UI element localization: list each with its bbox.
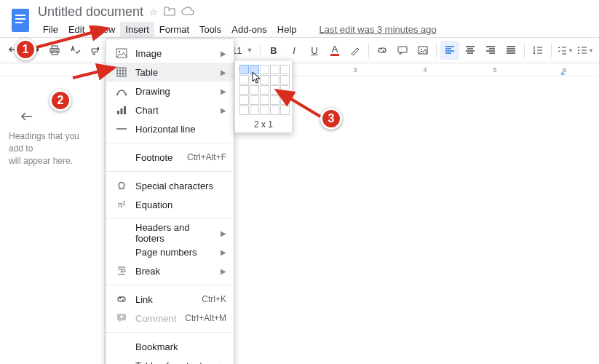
highlight-button[interactable]	[346, 41, 365, 60]
paint-format-button[interactable]	[86, 41, 105, 60]
table-cell[interactable]	[270, 65, 279, 74]
underline-button[interactable]: U	[305, 41, 324, 60]
align-center-button[interactable]	[461, 41, 480, 60]
ruler[interactable]: 1 2 3 4 5 6	[0, 63, 599, 76]
table-cell[interactable]	[280, 75, 290, 84]
table-cell[interactable]	[250, 95, 259, 105]
insert-link-button[interactable]	[373, 41, 392, 60]
table-cell[interactable]	[260, 95, 269, 105]
insert-comment-button[interactable]	[393, 41, 412, 60]
insert-menu-item-special-characters[interactable]: ΩSpecial characters	[106, 176, 234, 195]
drawing-icon	[115, 86, 128, 96]
table-cell[interactable]	[270, 106, 279, 115]
menu-item-label: Footnote	[135, 152, 180, 163]
menu-item-label: Table of contents	[135, 360, 213, 365]
chevron-right-icon: ▶	[221, 248, 226, 256]
bulleted-list-button[interactable]: ▼	[576, 41, 595, 60]
insert-menu-item-bookmark[interactable]: Bookmark	[106, 337, 234, 356]
table-cell[interactable]	[260, 106, 269, 115]
insert-menu-item-image[interactable]: Image▶	[106, 44, 234, 63]
print-button[interactable]	[45, 41, 64, 60]
align-justify-button[interactable]	[501, 41, 520, 60]
insert-menu-item-equation[interactable]: π²Equation	[106, 195, 234, 214]
insert-menu-item-page-numbers[interactable]: Page numbers▶	[106, 242, 234, 261]
bold-button[interactable]: B	[264, 41, 283, 60]
svg-rect-2	[15, 18, 25, 20]
table-size-picker[interactable]: 2 x 1	[234, 60, 293, 133]
outline-back-icon[interactable]	[20, 111, 33, 124]
table-cell[interactable]	[239, 65, 249, 74]
menu-edit[interactable]: Edit	[63, 22, 90, 37]
table-cell[interactable]	[260, 85, 269, 95]
title-bar: Untitled document ☆ File Edit View Inser…	[0, 0, 599, 37]
menu-tools[interactable]: Tools	[194, 22, 226, 37]
menu-item-label: Page numbers	[135, 247, 213, 258]
menu-bar: File Edit View Insert Format Tools Add-o…	[38, 21, 437, 37]
table-cell[interactable]	[250, 85, 259, 95]
annotation-callout-3: 3	[320, 108, 342, 130]
insert-image-button[interactable]	[413, 41, 432, 60]
insert-menu-item-drawing[interactable]: Drawing▶	[106, 82, 234, 100]
menu-addons[interactable]: Add-ons	[226, 22, 271, 37]
align-right-button[interactable]	[481, 41, 500, 60]
insert-menu-item-link[interactable]: LinkCtrl+K	[106, 290, 234, 309]
insert-menu-item-table-of-contents[interactable]: Table of contents▶	[106, 356, 234, 364]
menu-item-label: Table	[135, 67, 213, 78]
chevron-right-icon: ▶	[221, 267, 226, 275]
insert-menu-item-break[interactable]: Break▶	[106, 261, 234, 280]
table-cell[interactable]	[270, 95, 279, 105]
menu-item-label: Equation	[135, 199, 226, 210]
menu-item-label: Headers and footers	[135, 222, 213, 244]
cloud-icon[interactable]	[181, 7, 194, 17]
svg-text:3: 3	[353, 66, 357, 74]
menu-help[interactable]: Help	[272, 22, 302, 37]
svg-rect-0	[12, 9, 29, 32]
image-icon	[115, 48, 128, 58]
table-cell[interactable]	[280, 95, 290, 105]
svg-point-13	[578, 52, 579, 54]
checklist-button[interactable]: ▼	[555, 41, 574, 60]
comment-icon	[115, 313, 128, 323]
menu-file[interactable]: File	[38, 22, 63, 37]
table-cell[interactable]	[239, 95, 249, 105]
insert-menu-item-headers-and-footers[interactable]: Headers and footers▶	[106, 223, 234, 242]
star-icon[interactable]: ☆	[149, 7, 158, 17]
svg-rect-8	[398, 47, 407, 52]
table-cell[interactable]	[280, 65, 290, 74]
table-cell[interactable]	[270, 85, 279, 95]
docs-logo[interactable]	[7, 4, 33, 36]
chevron-right-icon: ▶	[221, 362, 226, 365]
italic-button[interactable]: I	[285, 41, 304, 60]
move-icon[interactable]	[164, 6, 175, 18]
insert-menu-item-chart[interactable]: Chart▶	[106, 100, 234, 119]
chevron-right-icon: ▶	[221, 68, 226, 76]
pi-icon: π²	[115, 199, 128, 210]
insert-menu-item-table[interactable]: Table▶	[106, 63, 234, 82]
table-cell[interactable]	[280, 85, 290, 95]
menu-view[interactable]: View	[90, 22, 120, 37]
svg-rect-1	[15, 15, 25, 16]
chevron-right-icon: ▶	[221, 229, 226, 237]
table-cell[interactable]	[280, 106, 290, 115]
table-cell[interactable]	[239, 75, 249, 84]
insert-menu-dropdown: Image▶Table▶Drawing▶Chart▶Horizontal lin…	[106, 39, 234, 364]
document-title[interactable]: Untitled document	[38, 4, 143, 20]
table-cell[interactable]	[239, 85, 249, 95]
menu-item-label: Image	[135, 48, 213, 59]
align-left-button[interactable]	[440, 41, 459, 60]
table-cell[interactable]	[250, 106, 259, 115]
menu-item-label: Link	[135, 294, 194, 305]
line-spacing-button[interactable]	[528, 41, 547, 60]
insert-menu-item-footnote[interactable]: FootnoteCtrl+Alt+F	[106, 148, 234, 167]
svg-text:4: 4	[423, 66, 427, 74]
chart-icon	[115, 105, 128, 115]
table-cell[interactable]	[239, 106, 249, 115]
insert-menu-item-horizontal-line[interactable]: Horizontal line	[106, 119, 234, 138]
last-edit-link[interactable]: Last edit was 3 minutes ago	[320, 24, 437, 35]
svg-rect-3	[15, 22, 23, 23]
menu-format[interactable]: Format	[154, 22, 194, 37]
text-color-button[interactable]: A	[325, 41, 344, 60]
spellcheck-button[interactable]	[66, 41, 84, 60]
table-cell[interactable]	[270, 75, 279, 84]
menu-insert[interactable]: Insert	[120, 22, 154, 37]
